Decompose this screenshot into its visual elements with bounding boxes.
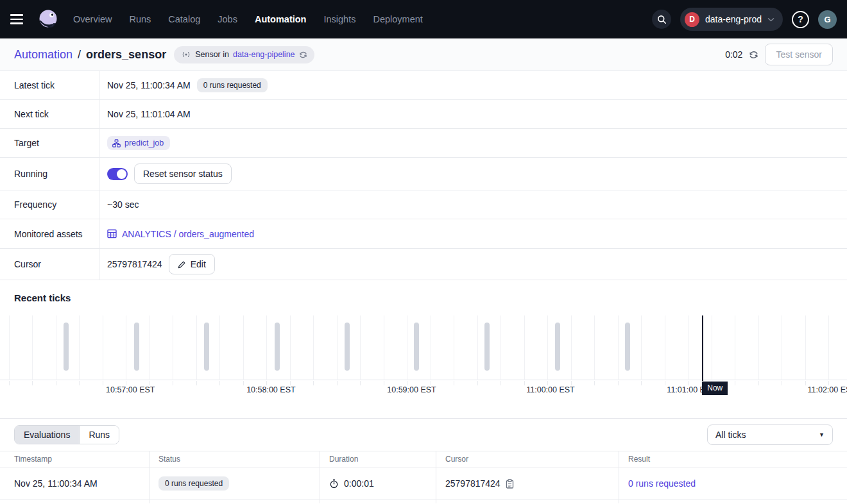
breadcrumb-automation-link[interactable]: Automation — [14, 48, 73, 62]
reset-sensor-status-button[interactable]: Reset sensor status — [134, 164, 232, 184]
recent-ticks-chart: 10:57:00 EST10:58:00 EST10:59:00 EST11:0… — [0, 315, 847, 398]
dagster-logo-icon[interactable] — [36, 7, 60, 31]
target-label: Target — [0, 129, 99, 157]
cell-result: 0 runs requested — [619, 467, 847, 500]
monitored-assets-label: Monitored assets — [0, 219, 99, 248]
target-row: Target predict_job — [0, 129, 847, 158]
nav-item-automation[interactable]: Automation — [255, 14, 307, 24]
tick-filter-select[interactable]: All ticks ▼ — [707, 424, 833, 445]
cursor-value: 25797817424 — [107, 259, 162, 269]
latest-tick-status-badge: 0 runs requested — [197, 78, 268, 92]
axis-tick-mark — [805, 381, 806, 385]
chart-gridline — [547, 315, 548, 380]
nav-item-jobs[interactable]: Jobs — [218, 14, 237, 24]
chart-gridline — [32, 315, 33, 380]
tick-bar[interactable] — [414, 323, 419, 371]
cell-status: 0 runs requested — [149, 467, 320, 500]
col-header-result: Result — [619, 451, 847, 467]
result-link[interactable]: 0 runs requested — [628, 478, 696, 489]
tick-bar[interactable] — [625, 323, 630, 371]
test-sensor-button[interactable]: Test sensor — [765, 44, 833, 65]
axis-tick-mark — [9, 381, 10, 385]
axis-tick-mark — [313, 381, 314, 385]
next-tick-label: Next tick — [0, 100, 99, 128]
pencil-icon — [178, 260, 186, 269]
tick-bar[interactable] — [345, 323, 350, 371]
recent-ticks-plot[interactable] — [0, 315, 847, 380]
running-label: Running — [0, 158, 99, 190]
running-row: Running Reset sensor status — [0, 158, 847, 190]
axis-tick-mark — [337, 381, 338, 385]
header-right: 0:02 Test sensor — [725, 44, 833, 65]
tick-filter-value: All ticks — [715, 430, 746, 440]
next-tick-value: Nov 25, 11:01:04 AM — [107, 109, 191, 119]
tab-evaluations[interactable]: Evaluations — [15, 426, 79, 444]
col-header-cursor: Cursor — [436, 451, 619, 467]
chart-gridline — [103, 315, 103, 380]
nav-item-insights[interactable]: Insights — [323, 14, 355, 24]
repo-link[interactable]: data-eng-pipeline — [233, 50, 295, 59]
cell-cursor: 25797817424 — [436, 467, 619, 500]
copy-icon[interactable] — [506, 479, 514, 489]
latest-tick-row: Latest tick Nov 25, 11:00:34 AM 0 runs r… — [0, 71, 847, 100]
sensor-location-badge: Sensor in data-eng-pipeline — [174, 46, 314, 63]
axis-tick-mark — [150, 381, 150, 385]
axis-time-label: 10:59:00 EST — [387, 385, 436, 394]
axis-tick-mark — [243, 381, 244, 385]
monitored-asset-link[interactable]: ANALYTICS / orders_augmented — [107, 229, 254, 239]
ticks-toolbar: Evaluations Runs All ticks ▼ — [0, 419, 847, 451]
chart-gridline — [665, 315, 665, 380]
tick-bar[interactable] — [484, 323, 490, 371]
hamburger-menu-icon[interactable] — [10, 10, 28, 28]
chart-gridline — [126, 315, 126, 380]
cursor-row: Cursor 25797817424 Edit — [0, 249, 847, 280]
tab-runs[interactable]: Runs — [79, 426, 119, 444]
nav-right: D data-eng-prod ? G — [652, 8, 837, 31]
nav-item-catalog[interactable]: Catalog — [168, 14, 200, 24]
col-header-timestamp: Timestamp — [0, 451, 149, 467]
nav-item-overview[interactable]: Overview — [73, 14, 112, 24]
tick-bar[interactable] — [64, 323, 69, 371]
chart-gridline — [384, 315, 384, 380]
tick-bar[interactable] — [204, 323, 209, 371]
chart-gridline — [407, 315, 407, 380]
running-toggle[interactable] — [107, 168, 128, 180]
tick-bar[interactable] — [275, 323, 280, 371]
avatar[interactable]: G — [818, 10, 837, 29]
search-icon[interactable] — [652, 10, 671, 29]
axis-tick-mark — [782, 381, 782, 385]
chart-gridline — [173, 315, 173, 380]
axis-tick-mark — [571, 381, 572, 385]
chart-gridline — [150, 315, 150, 380]
refresh-timer: 0:02 — [725, 49, 742, 60]
target-job-tag[interactable]: predict_job — [107, 136, 170, 150]
nav-links: Overview Runs Catalog Jobs Automation In… — [73, 14, 423, 24]
refresh-icon[interactable] — [749, 50, 758, 60]
frequency-value: ~30 sec — [107, 199, 139, 210]
axis-tick-mark — [477, 381, 478, 385]
ticks-panel: Evaluations Runs All ticks ▼ Timestamp S… — [0, 418, 847, 503]
chart-gridline — [243, 315, 244, 380]
workspace-switcher[interactable]: D data-eng-prod — [680, 8, 783, 31]
tick-bar[interactable] — [134, 323, 139, 371]
chart-gridline — [501, 315, 501, 380]
axis-tick-mark — [173, 381, 173, 385]
sensor-badge-text: Sensor in — [195, 50, 229, 59]
axis-tick-mark — [454, 381, 454, 385]
help-icon[interactable]: ? — [792, 11, 809, 28]
axis-time-label: 11:00:00 EST — [526, 385, 575, 394]
tick-bar[interactable] — [555, 323, 560, 371]
col-header-status: Status — [149, 451, 320, 467]
nav-item-runs[interactable]: Runs — [129, 14, 151, 24]
sensor-icon — [181, 51, 191, 58]
reload-repo-icon[interactable] — [299, 51, 307, 59]
edit-cursor-button[interactable]: Edit — [169, 254, 215, 274]
axis-tick-mark — [79, 381, 80, 385]
axis-tick-mark — [266, 381, 267, 385]
axis-tick-mark — [219, 381, 220, 385]
axis-tick-mark — [758, 381, 759, 385]
nav-item-deployment[interactable]: Deployment — [373, 14, 422, 24]
axis-tick-mark — [547, 381, 548, 385]
axis-tick-mark — [407, 381, 407, 385]
chart-gridline — [219, 315, 220, 380]
